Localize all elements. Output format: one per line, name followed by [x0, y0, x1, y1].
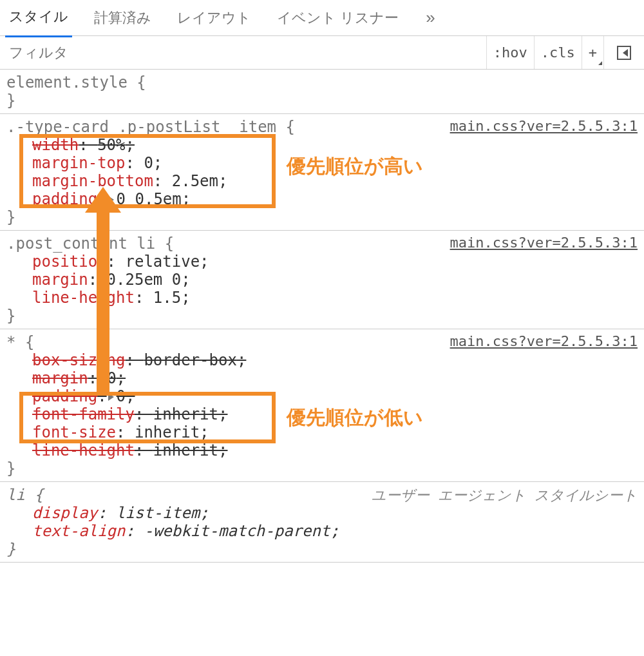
rule-block[interactable]: main.css?ver=2.5.5.3:1 .-type-card .p-po… [0, 114, 644, 231]
selector[interactable]: li { [6, 486, 44, 504]
declaration[interactable]: padding:0; [6, 387, 638, 405]
tab-layout[interactable]: レイアウト [173, 0, 255, 37]
tab-computed[interactable]: 計算済み [90, 0, 155, 37]
source-link[interactable]: main.css?ver=2.5.5.3:1 [450, 118, 638, 134]
expand-icon[interactable] [108, 196, 114, 204]
declaration[interactable]: padding:0 0.5em; [6, 190, 638, 208]
declaration[interactable]: font-family: inherit; [6, 405, 638, 423]
declaration[interactable]: box-sizing: border-box; [6, 351, 638, 369]
collapse-icon [617, 46, 631, 60]
selector[interactable]: * { [6, 333, 34, 351]
tab-styles[interactable]: スタイル [5, 0, 72, 37]
source-link[interactable]: main.css?ver=2.5.5.3:1 [450, 235, 638, 251]
expand-icon[interactable] [108, 393, 114, 401]
rule-block[interactable]: ユーザー エージェント スタイルシート li { display: list-i… [0, 482, 644, 563]
toggle-pane-button[interactable] [603, 36, 644, 69]
declaration[interactable]: text-align: -webkit-match-parent; [6, 522, 638, 540]
hov-button[interactable]: :hov [486, 36, 534, 69]
filter-input[interactable] [0, 38, 486, 68]
selector[interactable]: .post_content li { [6, 235, 174, 253]
rule-block[interactable]: element.style { } [0, 70, 644, 114]
expand-icon[interactable] [99, 375, 104, 383]
rule-block[interactable]: main.css?ver=2.5.5.3:1 * { box-sizing: b… [0, 329, 644, 482]
declaration[interactable]: line-height: 1.5; [6, 289, 638, 307]
declaration[interactable]: width: 50%; [6, 136, 638, 154]
source-link[interactable]: main.css?ver=2.5.5.3:1 [450, 333, 638, 349]
declaration[interactable]: margin: 0.25em 0; [6, 271, 638, 289]
cls-button[interactable]: .cls [534, 36, 582, 69]
declaration[interactable]: margin-top: 0; [6, 154, 638, 172]
rule-block[interactable]: main.css?ver=2.5.5.3:1 .post_content li … [0, 231, 644, 329]
declaration[interactable]: margin-bottom: 2.5em; [6, 172, 638, 190]
source-ua: ユーザー エージェント スタイルシート [372, 486, 638, 505]
declaration[interactable]: position: relative; [6, 253, 638, 271]
selector[interactable]: .-type-card .p-postList__item { [6, 118, 295, 136]
tabs-overflow-icon[interactable]: » [421, 8, 440, 28]
declaration[interactable]: line-height: inherit; [6, 441, 638, 459]
selector[interactable]: element.style { [6, 73, 146, 92]
tabs-bar: スタイル 計算済み レイアウト イベント リスナー » [0, 0, 644, 36]
declaration[interactable]: display: list-item; [6, 504, 638, 522]
filter-row: :hov .cls + [0, 36, 644, 70]
rules-panel: element.style { } main.css?ver=2.5.5.3:1… [0, 70, 644, 563]
declaration[interactable]: font-size: inherit; [6, 423, 638, 441]
declaration[interactable]: margin:0; [6, 369, 638, 387]
tab-event-listeners[interactable]: イベント リスナー [273, 0, 402, 37]
new-rule-button[interactable]: + [582, 36, 603, 69]
